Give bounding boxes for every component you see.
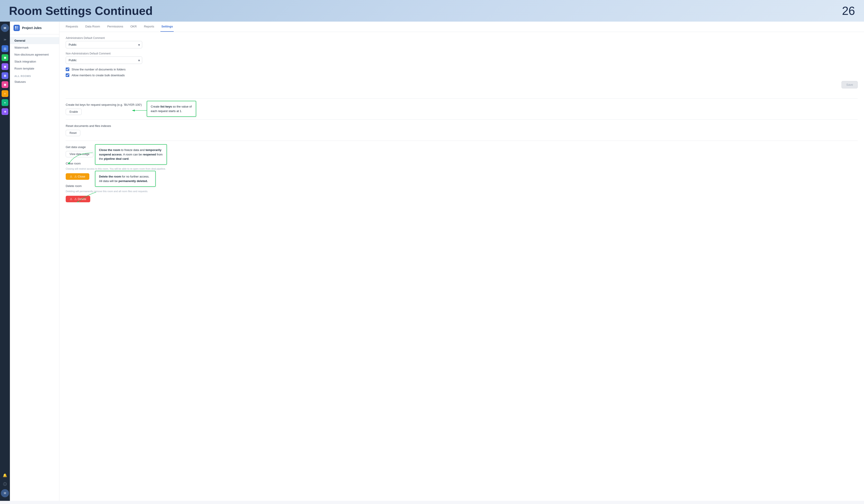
close-room-hint: Closing will restrict access to this roo… — [66, 167, 858, 170]
delete-room-button[interactable]: ⚠ ⚠ Delete — [66, 196, 90, 202]
table-icon[interactable]: ▤ — [1, 72, 9, 80]
sidebar-logo — [13, 25, 20, 31]
save-button[interactable]: Save — [841, 81, 858, 88]
header-banner: Room Settings Continued 26 — [0, 0, 864, 22]
show-docs-checkbox[interactable] — [66, 68, 69, 71]
sidebar-item-watermark[interactable]: Watermark — [10, 44, 59, 51]
chart-icon[interactable]: ▣ — [1, 62, 9, 71]
dot-icon[interactable]: ⊕ — [1, 108, 9, 116]
non-admin-comment-select[interactable]: Public Private — [66, 57, 142, 64]
sidebar-item-nda[interactable]: Non-disclosure agreement — [10, 51, 59, 58]
close-room-button[interactable]: ⚠ ⚠ Close — [66, 173, 89, 180]
circle-icon[interactable]: ● — [1, 98, 9, 107]
tab-reports[interactable]: Reports — [143, 22, 155, 32]
svg-rect-3 — [17, 28, 18, 29]
svg-rect-2 — [15, 28, 16, 29]
blocks-icon[interactable]: ▩ — [1, 81, 9, 89]
sidebar-item-general[interactable]: General — [10, 37, 59, 44]
collapse-icon[interactable]: ≫ — [1, 36, 9, 44]
non-admin-comment-select-wrapper: Public Private ▾ — [66, 57, 142, 64]
tab-settings[interactable]: Settings — [160, 22, 174, 32]
reset-title: Reset documents and files indexes — [66, 124, 858, 128]
reset-section: Reset documents and files indexes Reset — [66, 124, 858, 136]
layers-icon[interactable]: ◫ — [1, 45, 9, 53]
close-room-callout: Close the room to freeze data and tempor… — [95, 144, 167, 165]
divider-2 — [66, 119, 858, 120]
bottom-avatar-icon[interactable]: M — [1, 489, 9, 497]
grid-icon[interactable]: ▦ — [1, 53, 9, 62]
non-admin-comment-group: Non-Administrators Default Comment Publi… — [66, 52, 858, 64]
sidebar-item-statuses[interactable]: Statuses — [10, 78, 59, 85]
bulk-download-checkbox[interactable] — [66, 73, 69, 77]
bell-icon[interactable]: 🔔 — [1, 471, 9, 479]
reset-button[interactable]: Reset — [66, 130, 80, 136]
close-room-title: Close room — [66, 162, 858, 165]
sidebar-header: Project Jules — [10, 22, 59, 34]
app-layout: M ≫ ◫ ▦ ▣ ▤ ▩ ≡ ● ⊕ 🔔 ⓘ M — [0, 22, 864, 501]
bulk-download-label: Allow members to create bulk downloads — [72, 74, 125, 77]
sidebar: Project Jules General Watermark Non-disc… — [10, 22, 59, 501]
svg-rect-0 — [15, 26, 16, 28]
tab-data-room[interactable]: Data Room — [84, 22, 101, 32]
main-content: Requests Data Room Permissions OKR Repor… — [59, 22, 864, 501]
list-icon[interactable]: ≡ — [1, 89, 9, 98]
all-rooms-section-label: ALL ROOMS — [10, 72, 59, 78]
delete-room-callout: Delete the room for no further access. A… — [95, 171, 156, 187]
admin-comment-select-wrapper: Public Private ▾ — [66, 41, 142, 48]
show-docs-checkbox-row: Show the number of documents in folders — [66, 68, 858, 71]
bulk-download-checkbox-row: Allow members to create bulk downloads — [66, 73, 858, 77]
page-number: 26 — [842, 4, 855, 17]
delete-warning-icon: ⚠ — [70, 197, 72, 201]
delete-room-title: Delete room — [66, 184, 858, 188]
sidebar-nav: General Watermark Non-disclosure agreeme… — [10, 34, 59, 501]
user-avatar[interactable]: M — [1, 24, 9, 32]
svg-rect-1 — [17, 26, 18, 28]
sidebar-item-room-template[interactable]: Room template — [10, 65, 59, 72]
admin-comment-select[interactable]: Public Private — [66, 41, 142, 48]
tab-requests[interactable]: Requests — [65, 22, 79, 32]
tab-okr[interactable]: OKR — [129, 22, 137, 32]
top-nav: Requests Data Room Permissions OKR Repor… — [59, 22, 864, 32]
enable-button[interactable]: Enable — [66, 109, 82, 115]
info-icon[interactable]: ⓘ — [1, 480, 9, 488]
data-usage-section: Get data usage View data usage Close the… — [66, 145, 858, 157]
page-title: Room Settings Continued — [9, 4, 153, 17]
view-data-button[interactable]: View data usage — [66, 151, 93, 157]
project-name: Project Jules — [22, 26, 41, 30]
non-admin-comment-label: Non-Administrators Default Comment — [66, 52, 858, 55]
show-docs-label: Show the number of documents in folders — [72, 68, 125, 71]
admin-comment-label: Administrators Default Comment — [66, 36, 858, 40]
divider-3 — [66, 141, 858, 141]
settings-content: Administrators Default Comment Public Pr… — [59, 32, 864, 501]
icon-rail: M ≫ ◫ ▦ ▣ ▤ ▩ ≡ ● ⊕ 🔔 ⓘ M — [0, 22, 10, 501]
admin-comment-group: Administrators Default Comment Public Pr… — [66, 36, 858, 48]
sidebar-item-slack[interactable]: Slack integration — [10, 58, 59, 65]
delete-room-hint: Deleting will permanently remove this ro… — [66, 190, 858, 193]
close-room-section: Close room Closing will restrict access … — [66, 162, 858, 180]
tab-permissions[interactable]: Permissions — [106, 22, 124, 32]
delete-room-section: Delete room Deleting will permanently re… — [66, 184, 858, 202]
data-usage-title: Get data usage — [66, 145, 858, 149]
list-keys-callout: Create list keys so the value of each re… — [147, 101, 196, 117]
list-keys-section: Create list keys for request sequencing … — [66, 103, 858, 115]
list-keys-arrow — [131, 107, 148, 114]
warning-icon: ⚠ — [70, 175, 72, 178]
